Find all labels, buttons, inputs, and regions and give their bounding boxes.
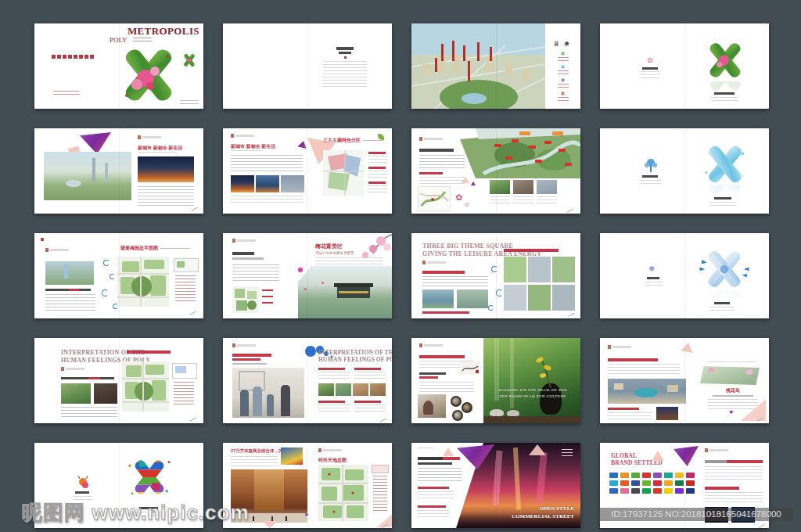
brand-logo-chip (675, 473, 684, 478)
logo-title-line (642, 175, 658, 178)
page-logo (235, 135, 254, 137)
plan-inset (174, 258, 199, 272)
brand-logo-chip (686, 473, 695, 478)
family-photo (232, 368, 304, 418)
signature-mark (565, 205, 573, 213)
brands-title1: GLOBAL (611, 452, 637, 459)
zone-legend (368, 152, 387, 192)
map-tile (552, 257, 575, 282)
building-block (667, 385, 678, 392)
plan-legend (174, 382, 194, 405)
divider-caption-light (711, 97, 738, 102)
watermark-url: www.nipic.com (92, 501, 249, 524)
leaf-x-reflection (702, 81, 749, 97)
spread-theme-zones: 新城市 新都会 新生活 三大主题特色分区 (223, 128, 392, 214)
three-square-title1: THREE BIG THEME SQUARE (422, 243, 513, 250)
left-paragraphs (232, 264, 279, 282)
brand-logo-chip (664, 480, 673, 486)
divider-caption-dark (714, 197, 731, 200)
photo-caption (490, 196, 510, 206)
spread-mei-garden-plan: 望景梅园总平面图 (34, 233, 203, 318)
plan-heading: 望景梅园总平面图 (120, 246, 190, 250)
cover-title: METROPOLIS (128, 25, 199, 38)
page-logo (237, 344, 256, 347)
logo-caption (645, 282, 663, 286)
small-photo (281, 175, 304, 192)
intro-paragraph (323, 61, 367, 88)
left-subheading2 (422, 311, 469, 314)
mini-paragraph (354, 404, 386, 414)
left-paragraphs (608, 412, 652, 420)
building-block (614, 383, 623, 390)
feature-icon (90, 55, 94, 59)
mini-flower-x-icon (180, 52, 199, 69)
zen-heading2-highlight (419, 376, 438, 379)
bird-mark (103, 260, 110, 266)
page-logo (424, 344, 443, 347)
toc-item: ✕ (545, 77, 580, 88)
feature-icon (63, 55, 66, 59)
human-life-title1: INTERPRETATION OF THE (318, 349, 392, 356)
spread-park-aerial: ✿ ✿ (411, 128, 580, 214)
mini-heading (318, 401, 345, 403)
tower-silhouette (105, 163, 108, 182)
park-subheading (419, 172, 443, 174)
heading-rule (160, 248, 190, 249)
purple-triangle (80, 132, 111, 154)
toc-item-label (558, 97, 569, 101)
map-inset (372, 465, 389, 473)
map-tile (504, 257, 526, 282)
street-subheading (418, 505, 446, 508)
zones-paragraphs (231, 155, 303, 172)
logo-title-line (75, 491, 89, 494)
street-heading2 (418, 462, 452, 465)
x-icon: ✕ (545, 64, 580, 70)
brand-logo-chip (609, 480, 618, 486)
person-silhouette (240, 390, 249, 416)
blossom-blob (708, 368, 714, 372)
left-paragraphs (422, 276, 488, 287)
mini-heading (354, 401, 381, 403)
city-panorama-photo (44, 152, 131, 200)
page-logo (709, 449, 728, 451)
pavilion-lake-photo (298, 266, 392, 318)
mini-paragraph (318, 372, 350, 381)
logo-title-line (647, 277, 659, 279)
blossom-icon: ✿ (465, 202, 469, 208)
plan-heading-bar (127, 350, 171, 354)
zen-garden-photo (483, 338, 580, 423)
small-photo (61, 383, 91, 404)
brand-logo-chip (653, 473, 662, 478)
commercial-aerial-photo (608, 379, 686, 404)
blossom-blob (745, 369, 753, 375)
signature-mark (378, 415, 386, 422)
bird-mark (488, 305, 494, 311)
spread-taohua-island: 桃花岛 ▶ (600, 338, 769, 423)
human-life-title2: HUMAN FEELINGS OF POLY (318, 356, 392, 363)
map-callout (262, 302, 273, 304)
small-photo (513, 180, 533, 194)
pavilion-windows (339, 291, 368, 293)
tower-silhouette (92, 158, 95, 182)
cherry-blossom-corner (354, 233, 392, 264)
spread-masterplan-toc: 目 录 ✕✕✕✕ (411, 23, 580, 109)
park-paragraphs (419, 177, 465, 184)
page-logo (427, 261, 446, 264)
page-logo (418, 448, 433, 451)
inset-area (175, 366, 186, 373)
legend-text (368, 156, 387, 163)
toc-items: ✕✕✕✕ (545, 51, 580, 101)
plan-inset (172, 363, 197, 379)
tower-silhouette (64, 264, 68, 279)
page-logo (612, 346, 631, 348)
brand-logo-chip (609, 473, 618, 478)
small-photo (281, 448, 303, 465)
brand-flower-icon: ✿ (647, 56, 653, 64)
brand-logo-chip (686, 488, 695, 494)
pink-triangle (652, 451, 664, 461)
small-photo (318, 383, 334, 396)
divider-caption-dark (714, 92, 735, 95)
mall-site-map (318, 465, 368, 521)
zen-paragraph (419, 382, 474, 393)
page-logo (66, 368, 84, 370)
